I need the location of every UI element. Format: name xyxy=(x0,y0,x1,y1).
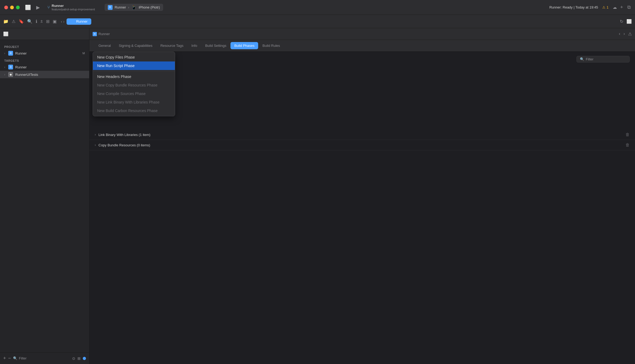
device-name: iPhone (Piotr) xyxy=(139,5,160,9)
delete-phase-button[interactable]: 🗑 xyxy=(625,132,630,137)
targets-section-label: TARGETS xyxy=(0,57,89,63)
blue-dot-indicator xyxy=(83,357,86,360)
warning-badge: ⚠ 1 xyxy=(602,5,608,9)
nav-back-icon[interactable]: ‹ xyxy=(619,31,620,36)
sidebar-panel-toggle-icon[interactable]: ⬜ xyxy=(3,31,9,36)
main-layout: ⬜ PROJECT › R Runner M TARGETS › R Runne… xyxy=(0,28,635,364)
history-icon[interactable]: ⊙ xyxy=(72,356,75,361)
tab-bar: General Signing & Capabilities Resource … xyxy=(89,40,635,52)
toolbar-nav: ‹ › xyxy=(61,19,64,24)
toolbar: 📁 ⚠ 🔖 🔍 ℹ ± ⊞ ▣ ‹ › Runner ↻ ⬜ xyxy=(0,15,635,28)
back-icon[interactable]: ‹ xyxy=(61,19,62,24)
bookmark-icon[interactable]: 🔖 xyxy=(19,19,24,24)
warning-icon: ⚠ xyxy=(602,5,605,9)
phase-name: Link Binary With Libraries (1 item) xyxy=(98,133,150,137)
new-run-script-item[interactable]: New Run Script Phase xyxy=(93,61,175,70)
tab-build-phases[interactable]: Build Phases xyxy=(230,42,258,49)
refresh-icon[interactable]: ↻ xyxy=(620,19,623,24)
content-area: R Runner ‹ › ⚠ General Signing & Capabil… xyxy=(89,28,635,364)
breadcrumb-label: Runner xyxy=(98,32,110,36)
active-tab-icon xyxy=(70,19,75,24)
tab-build-settings[interactable]: Build Settings xyxy=(201,42,230,49)
filter-search-icon: 🔍 xyxy=(580,57,584,61)
tab-general[interactable]: General xyxy=(95,42,114,49)
forward-icon[interactable]: › xyxy=(63,19,64,24)
scheme-name: Runner xyxy=(115,5,126,9)
play-button[interactable]: ▶ xyxy=(36,5,40,10)
sidebar-item-runner-project[interactable]: › R Runner M xyxy=(0,49,89,57)
new-build-carbon-item: New Build Carbon Resources Phase xyxy=(93,106,175,115)
breadcrumb: R Runner xyxy=(93,32,110,36)
warning-secondary-icon[interactable]: ⚠ xyxy=(628,31,632,36)
runner-project-label: Runner xyxy=(15,51,27,55)
uitests-icon: 🔲 xyxy=(8,72,13,77)
fullscreen-button[interactable] xyxy=(16,6,20,9)
close-button[interactable] xyxy=(4,6,8,9)
phase-name: Copy Bundle Resources (0 items) xyxy=(98,143,150,147)
runner-icon: R xyxy=(108,5,113,10)
tab-signing[interactable]: Signing & Capabilities xyxy=(115,42,156,49)
sidebar-item-uitests[interactable]: › 🔲 RunnerUITests xyxy=(0,71,89,78)
hierarchy-sidebar-icon[interactable]: ⊞ xyxy=(77,356,81,361)
tab-build-rules[interactable]: Build Rules xyxy=(259,42,284,49)
cloud-icon: ☁ xyxy=(613,5,617,10)
sidebar-secondary-toolbar: ⬜ xyxy=(0,28,89,40)
filter-bar[interactable]: 🔍 Filter xyxy=(13,356,27,360)
runner-target-icon: R xyxy=(8,65,13,69)
git-branch-icon: ⑂ xyxy=(47,5,50,10)
sidebar-footer: + − 🔍 Filter ⊙ ⊞ xyxy=(0,352,89,364)
secondary-toolbar-right: ‹ › ⚠ xyxy=(619,31,632,36)
new-copy-bundle-item: New Copy Bundle Resources Phase xyxy=(93,81,175,89)
filter-placeholder: Filter xyxy=(586,57,593,61)
traffic-lights xyxy=(4,6,20,9)
split-view-icon[interactable]: ⧉ xyxy=(627,5,631,10)
filter-label: Filter xyxy=(19,356,27,360)
active-tab-label: Runner xyxy=(76,19,88,23)
phase-row[interactable]: › Copy Bundle Resources (0 items) 🗑 xyxy=(89,140,635,150)
phase-rows-container: › Link Binary With Libraries (1 item) 🗑 … xyxy=(89,130,635,150)
minus-button[interactable]: − xyxy=(8,355,11,361)
secondary-toolbar: R Runner ‹ › ⚠ xyxy=(89,28,635,40)
branch-info: ⑂ Runner feature/patrol-setup-improvemen… xyxy=(47,4,95,11)
warning-toolbar-icon[interactable]: ⚠ xyxy=(12,19,15,24)
device-toolbar-icon[interactable]: ▣ xyxy=(53,19,57,24)
app-name: Runner xyxy=(52,4,95,8)
active-tab[interactable]: Runner xyxy=(67,18,91,25)
nav-forward-icon[interactable]: › xyxy=(624,31,625,36)
filter-input[interactable]: 🔍 Filter xyxy=(576,56,630,63)
phase-row[interactable]: › Link Binary With Libraries (1 item) 🗑 xyxy=(89,130,635,140)
info-icon[interactable]: ℹ xyxy=(36,19,37,24)
branch-name: feature/patrol-setup-improvement xyxy=(52,8,95,11)
titlebar-actions: + ⧉ xyxy=(620,5,631,10)
folder-icon[interactable]: 📁 xyxy=(3,19,9,24)
tab-resource-tags[interactable]: Resource Tags xyxy=(157,42,187,49)
git-icon[interactable]: ± xyxy=(40,19,43,24)
inspector-icon[interactable]: ⬜ xyxy=(626,19,632,24)
sidebar-toggle-icon[interactable]: ⬜ xyxy=(25,5,31,10)
add-target-button[interactable]: + xyxy=(3,355,6,361)
add-icon[interactable]: + xyxy=(620,5,623,10)
status-area: Runner: Ready | Today at 19:45 ⚠ 1 ☁ xyxy=(549,5,617,10)
sidebar-item-runner-target[interactable]: › R Runner xyxy=(0,63,89,71)
new-headers-item[interactable]: New Headers Phase xyxy=(93,72,175,81)
minimize-button[interactable] xyxy=(10,6,14,9)
project-section-label: PROJECT xyxy=(0,43,89,49)
search-icon[interactable]: 🔍 xyxy=(27,19,32,24)
uitests-label: RunnerUITests xyxy=(15,73,38,77)
sidebar: ⬜ PROJECT › R Runner M TARGETS › R Runne… xyxy=(0,28,89,364)
runner-project-icon: R xyxy=(8,51,13,56)
status-text: Runner: Ready | Today at 19:45 xyxy=(549,5,598,9)
phase-chevron-icon: › xyxy=(95,133,96,136)
new-link-binary-item: New Link Binary With Libraries Phase xyxy=(93,98,175,106)
warning-count: 1 xyxy=(607,5,608,9)
modified-badge: M xyxy=(83,52,85,55)
chevron-right-icon: › xyxy=(4,52,5,55)
titlebar: ⬜ ▶ ⑂ Runner feature/patrol-setup-improv… xyxy=(0,0,635,15)
hierarchy-icon[interactable]: ⊞ xyxy=(46,19,50,24)
chevron-right-icon: › xyxy=(128,6,129,9)
tab-info[interactable]: Info xyxy=(188,42,201,49)
scheme-selector[interactable]: R Runner › 📱 iPhone (Piotr) xyxy=(105,4,163,11)
chevron-right-icon: › xyxy=(4,73,5,76)
delete-phase-button[interactable]: 🗑 xyxy=(625,143,630,147)
new-copy-files-item[interactable]: New Copy Files Phase xyxy=(93,53,175,61)
